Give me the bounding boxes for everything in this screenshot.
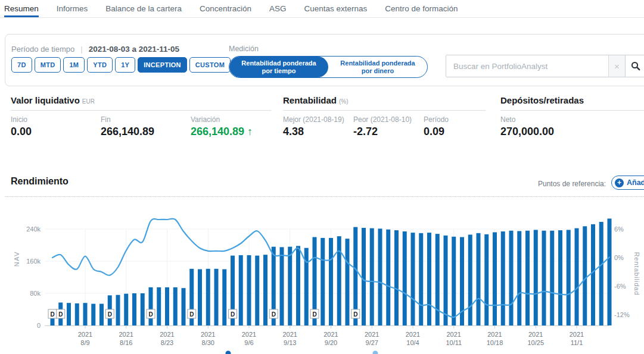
performance-chart-svg[interactable]: 240k160k80k0NAV6%0%-6%-12%Rentabilidad20… xyxy=(0,202,644,354)
stat-neto: Neto 270,000.00 xyxy=(500,115,620,138)
nav-value-unit: EUR xyxy=(82,98,95,105)
return-title: Rentabilidad(%) xyxy=(283,95,486,111)
stat-fin: Fin 266,140.89 xyxy=(101,115,191,138)
svg-text:8/23: 8/23 xyxy=(161,339,173,346)
svg-text:8/16: 8/16 xyxy=(120,339,132,346)
svg-text:10/11: 10/11 xyxy=(446,339,462,346)
svg-text:2021: 2021 xyxy=(406,331,420,338)
tab-centro-de-formacion[interactable]: Centro de formación xyxy=(385,0,458,17)
svg-text:2021: 2021 xyxy=(528,331,543,338)
deposit-marker: D xyxy=(229,309,237,318)
svg-text:2021: 2021 xyxy=(487,331,502,338)
svg-text:2021: 2021 xyxy=(323,331,338,338)
measure-toggle: Rentabilidad ponderada por tiempo Rentab… xyxy=(229,56,428,78)
deposit-marker: D xyxy=(269,309,278,318)
period-label: Período de tiempo xyxy=(11,45,74,54)
period-mtd-button[interactable]: MTD xyxy=(35,57,61,73)
period-separator: | xyxy=(80,45,82,54)
svg-text:9/6: 9/6 xyxy=(244,339,253,346)
svg-text:NAV: NAV xyxy=(13,251,20,267)
measure-label: Medición xyxy=(229,45,259,53)
deposits-section: Depósitos/retiradas Neto 270,000.00 xyxy=(500,95,644,138)
return-section: Rentabilidad(%) Mejor (2021-08-19) 4.38 … xyxy=(283,95,486,138)
measure-time-weighted-option[interactable]: Rentabilidad ponderada por tiempo xyxy=(229,57,328,77)
svg-text:8/9: 8/9 xyxy=(80,339,89,346)
svg-text:D: D xyxy=(189,311,194,318)
period-1y-button[interactable]: 1Y xyxy=(115,57,135,73)
stat-peor: Peor (2021-08-10) -2.72 xyxy=(353,115,424,138)
svg-text:240k: 240k xyxy=(26,225,41,233)
deposit-marker: D xyxy=(351,309,360,318)
controls-panel: Período de tiempo | 2021-08-03 a 2021-11… xyxy=(5,34,644,86)
search-button[interactable] xyxy=(625,55,644,77)
tab-asg[interactable]: ASG xyxy=(269,0,287,17)
performance-divider xyxy=(5,196,644,197)
svg-text:2021: 2021 xyxy=(570,331,584,338)
tab-balance-de-la-cartera[interactable]: Balance de la cartera xyxy=(105,0,182,17)
svg-text:2021: 2021 xyxy=(283,331,297,338)
deposit-marker: D xyxy=(147,309,155,318)
svg-text:9/20: 9/20 xyxy=(325,339,337,346)
nav-value-title: Valor liquidativoEUR xyxy=(11,95,271,111)
svg-text:8/30: 8/30 xyxy=(202,339,214,346)
tab-informes[interactable]: Informes xyxy=(57,0,88,17)
svg-text:9/13: 9/13 xyxy=(284,339,296,346)
deposit-marker: D xyxy=(48,309,57,318)
svg-text:80k: 80k xyxy=(30,290,41,297)
svg-text:2021: 2021 xyxy=(160,331,174,338)
svg-text:D: D xyxy=(272,311,276,318)
svg-text:D: D xyxy=(108,311,112,318)
tab-concentracion[interactable]: Concentración xyxy=(200,0,251,17)
svg-text:0: 0 xyxy=(37,322,41,329)
svg-text:2021: 2021 xyxy=(78,331,92,338)
svg-text:2021: 2021 xyxy=(119,331,133,338)
svg-text:2021: 2021 xyxy=(365,331,379,338)
tab-resumen[interactable]: Resumen xyxy=(4,0,39,17)
period-range: 2021-08-03 a 2021-11-05 xyxy=(89,45,179,54)
period-1m-button[interactable]: 1M xyxy=(63,57,85,73)
deposit-marker: D xyxy=(310,309,319,318)
period-row: Período de tiempo | 2021-08-03 a 2021-11… xyxy=(11,45,179,54)
svg-text:0%: 0% xyxy=(614,254,624,261)
period-buttons: 7D MTD 1M YTD 1Y INCEPTION CUSTOM xyxy=(11,57,231,73)
add-benchmark-label: Añadir xyxy=(627,178,644,187)
deposit-marker: D xyxy=(188,309,196,318)
svg-text:6%: 6% xyxy=(614,225,624,233)
svg-text:Rentabilidad: Rentabilidad xyxy=(633,252,640,295)
period-ytd-button[interactable]: YTD xyxy=(87,57,113,73)
svg-text:160k: 160k xyxy=(26,258,41,265)
search-icon xyxy=(631,61,640,71)
svg-text:2021: 2021 xyxy=(447,331,461,338)
return-unit: (%) xyxy=(339,98,349,105)
tab-cuentas-externas[interactable]: Cuentas externas xyxy=(304,0,367,17)
svg-text:D: D xyxy=(312,311,316,318)
svg-text:-12%: -12% xyxy=(614,311,630,318)
svg-text:-6%: -6% xyxy=(614,283,626,290)
stat-periodo: Período 0.09 xyxy=(424,115,486,138)
svg-text:D: D xyxy=(231,311,235,318)
performance-title: Rendimiento xyxy=(11,176,69,187)
svg-text:10/25: 10/25 xyxy=(527,339,544,346)
nav-value-section: Valor liquidativoEUR Inicio 0.00 Fin 266… xyxy=(11,95,271,138)
add-benchmark-button[interactable]: + Añadir xyxy=(611,176,644,190)
search-box: × xyxy=(446,55,644,77)
benchmarks-label: Puntos de referencia: xyxy=(538,180,606,188)
search-input[interactable] xyxy=(446,55,608,77)
performance-chart[interactable]: 240k160k80k0NAV6%0%-6%-12%Rentabilidad20… xyxy=(0,202,644,354)
measure-money-weighted-option[interactable]: Rentabilidad ponderada por dinero xyxy=(328,57,427,77)
stat-inicio: Inicio 0.00 xyxy=(11,115,101,138)
svg-text:11/1: 11/1 xyxy=(571,339,583,346)
period-inception-button[interactable]: INCEPTION xyxy=(138,57,187,73)
deposit-marker: D xyxy=(57,309,65,318)
svg-text:10/4: 10/4 xyxy=(406,339,419,346)
period-custom-button[interactable]: CUSTOM xyxy=(189,57,231,73)
svg-text:10/18: 10/18 xyxy=(487,339,503,346)
deposit-marker: D xyxy=(105,309,114,318)
svg-text:2021: 2021 xyxy=(201,331,215,338)
clear-icon[interactable]: × xyxy=(608,55,625,77)
stat-variacion: Variación 266,140.89 ↑ xyxy=(191,115,271,138)
top-nav: Resumen Informes Balance de la cartera C… xyxy=(0,0,644,18)
period-7d-button[interactable]: 7D xyxy=(11,57,32,73)
deposits-title: Depósitos/retiradas xyxy=(500,95,644,111)
svg-text:D: D xyxy=(58,311,63,318)
